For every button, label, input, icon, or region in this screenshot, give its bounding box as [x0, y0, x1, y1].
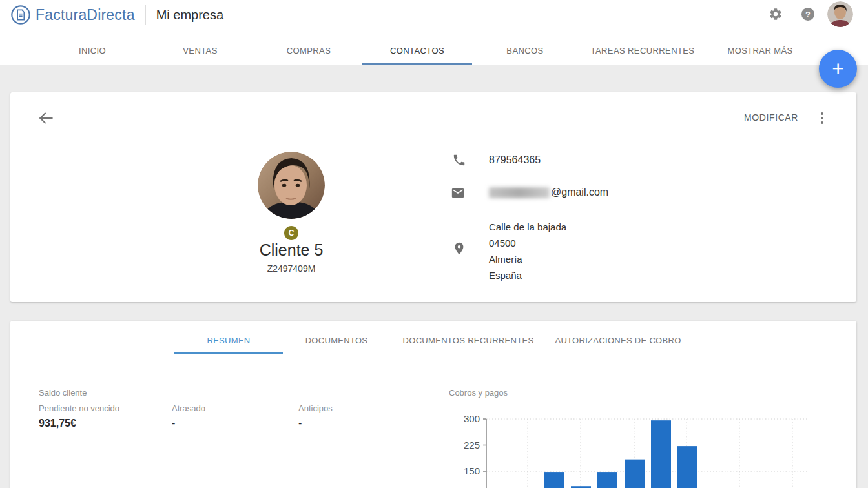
svg-text:?: ? — [805, 10, 811, 19]
address-street: Calle de la bajada — [489, 219, 566, 235]
nav-tab-ventas[interactable]: VENTAS — [183, 36, 217, 65]
svg-text:300: 300 — [464, 413, 480, 424]
more-options-icon[interactable] — [816, 110, 828, 127]
contact-email[interactable]: @gmail.com — [489, 187, 608, 198]
contact-detail-card: MODIFICAR C Cliente 5 Z24 — [10, 92, 856, 302]
contact-photo — [258, 152, 325, 219]
cobros-pagos-chart: 300225150 — [449, 413, 820, 488]
contact-name: Cliente 5 — [260, 241, 324, 259]
svg-text:225: 225 — [464, 440, 480, 451]
atrasado-label: Atrasado — [172, 403, 205, 413]
modify-button[interactable]: MODIFICAR — [744, 112, 798, 123]
nav-tab-mostrar-mas[interactable]: MOSTRAR MÁS — [727, 36, 792, 65]
brand-name[interactable]: FacturaDirecta — [36, 6, 135, 24]
contact-type-badge: C — [284, 226, 298, 240]
nav-tab-inicio[interactable]: INICIO — [79, 36, 106, 65]
anticipos-value: - — [298, 418, 302, 429]
facturadirecta-logo-icon — [10, 5, 31, 25]
nav-tab-contactos[interactable]: CONTACTOS — [390, 36, 444, 65]
saldo-cliente-title: Saldo cliente — [39, 388, 87, 398]
active-tab-underline — [174, 352, 283, 354]
contact-summary-card: RESUMEN DOCUMENTOS DOCUMENTOS RECURRENTE… — [10, 321, 856, 488]
nav-tab-tareas-recurrentes[interactable]: TAREAS RECURRENTES — [591, 36, 695, 65]
back-arrow-icon[interactable] — [37, 110, 54, 127]
nav-tab-bancos[interactable]: BANCOS — [506, 36, 543, 65]
tab-documentos-recurrentes[interactable]: DOCUMENTOS RECURRENTES — [403, 329, 534, 352]
user-avatar[interactable] — [827, 1, 853, 27]
anticipos-label: Anticipos — [298, 403, 333, 413]
atrasado-value: - — [172, 418, 175, 429]
header-divider — [145, 5, 146, 25]
tab-autorizaciones-cobro[interactable]: AUTORIZACIONES DE COBRO — [555, 329, 681, 352]
phone-icon — [452, 153, 466, 167]
app-header: FacturaDirecta Mi empresa ? INICIO VENTA… — [0, 0, 868, 65]
help-icon[interactable]: ? — [801, 7, 815, 21]
address-city: Almería — [489, 251, 566, 267]
contact-address: Calle de la bajada 04500 Almería España — [489, 219, 566, 283]
email-domain: @gmail.com — [551, 187, 608, 198]
chart-title: Cobros y pagos — [449, 388, 508, 398]
nav-tab-compras[interactable]: COMPRAS — [287, 36, 331, 65]
email-icon — [451, 186, 465, 200]
add-button[interactable]: + — [819, 50, 857, 88]
pendiente-value: 931,75€ — [39, 418, 76, 429]
email-user-redacted — [489, 187, 550, 198]
location-pin-icon — [452, 241, 466, 256]
address-country: España — [489, 267, 566, 283]
tab-documentos[interactable]: DOCUMENTOS — [305, 329, 368, 352]
pendiente-label: Pendiente no vencido — [39, 403, 119, 413]
address-postal-code: 04500 — [489, 235, 566, 251]
contact-tax-id: Z2497409M — [267, 263, 316, 274]
company-name[interactable]: Mi empresa — [156, 8, 223, 23]
gear-icon[interactable] — [769, 7, 783, 21]
contact-phone[interactable]: 879564365 — [489, 154, 541, 166]
tab-resumen[interactable]: RESUMEN — [207, 329, 250, 352]
svg-text:150: 150 — [464, 465, 480, 476]
